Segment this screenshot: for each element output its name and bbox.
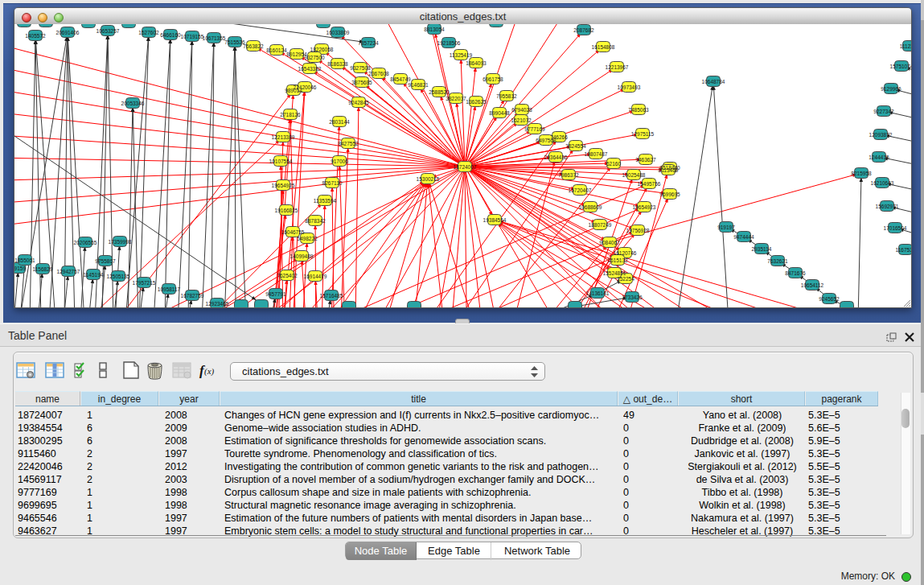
svg-text:2588520: 2588520 — [429, 89, 450, 95]
svg-text:14136141: 14136141 — [586, 290, 610, 296]
svg-text:39159: 39159 — [14, 266, 26, 271]
svg-text:9463627: 9463627 — [635, 157, 656, 163]
svg-text:9327508: 9327508 — [350, 65, 371, 71]
svg-text:1527602: 1527602 — [138, 30, 159, 35]
svg-text:9242845: 9242845 — [348, 100, 369, 105]
svg-text:8160124: 8160124 — [266, 47, 287, 53]
svg-text:2803144: 2803144 — [329, 119, 350, 125]
svg-text:11353594: 11353594 — [314, 198, 337, 204]
svg-text:9227342: 9227342 — [873, 109, 894, 114]
svg-text:8990448: 8990448 — [489, 110, 510, 116]
svg-text:919197: 919197 — [717, 225, 735, 230]
svg-text:2367608: 2367608 — [368, 71, 389, 76]
svg-text:7663822: 7663822 — [243, 43, 264, 49]
svg-text:10807487: 10807487 — [585, 151, 608, 157]
svg-text:9146821: 9146821 — [408, 82, 429, 88]
svg-text:9699695: 9699695 — [659, 192, 680, 197]
svg-text:8454749: 8454749 — [390, 76, 411, 82]
svg-text:20691406: 20691406 — [56, 30, 80, 35]
svg-text:5498222: 5498222 — [297, 236, 318, 241]
svg-text:17359998: 17359998 — [109, 239, 132, 245]
svg-text:2087682: 2087682 — [573, 27, 594, 33]
svg-text:19166825: 19166825 — [275, 208, 298, 213]
svg-text:6794028: 6794028 — [511, 107, 532, 113]
svg-text:8186328: 8186328 — [327, 61, 348, 67]
svg-text:16033809: 16033809 — [326, 30, 350, 35]
svg-text:16120746: 16120746 — [614, 250, 637, 256]
svg-text:16914479: 16914479 — [304, 274, 327, 279]
svg-text:9755867: 9755867 — [95, 258, 116, 264]
svg-text:2935114: 2935114 — [752, 246, 772, 252]
svg-text:12923465: 12923465 — [206, 301, 229, 307]
svg-text:19218506: 19218506 — [437, 40, 461, 46]
svg-text:15300215: 15300215 — [417, 176, 440, 182]
svg-text:(x): (x) — [204, 366, 215, 377]
svg-text:12505135: 12505135 — [107, 274, 130, 279]
svg-text:9245652: 9245652 — [819, 296, 840, 302]
svg-text:10653257: 10653257 — [97, 28, 120, 34]
svg-text:20364436: 20364436 — [544, 154, 568, 160]
svg-text:1855061: 1855061 — [14, 257, 35, 263]
svg-text:1733426: 1733426 — [622, 295, 643, 300]
svg-text:12213389: 12213389 — [272, 134, 295, 140]
svg-text:8813054: 8813054 — [424, 27, 445, 32]
svg-text:17016504: 17016504 — [884, 225, 907, 231]
svg-text:10719155: 10719155 — [181, 34, 204, 39]
svg-text:10025488: 10025488 — [622, 172, 646, 178]
svg-text:7515526: 7515526 — [224, 39, 245, 45]
svg-text:16046755: 16046755 — [281, 229, 305, 235]
svg-text:10648784: 10648784 — [702, 79, 725, 84]
svg-text:6497568: 6497568 — [536, 138, 556, 143]
svg-text:1864093: 1864093 — [466, 60, 487, 66]
svg-text:8215958: 8215958 — [851, 171, 872, 176]
svg-text:19654925: 19654925 — [272, 183, 295, 188]
svg-text:1145194: 1145194 — [84, 272, 104, 278]
svg-text:10107554: 10107554 — [269, 159, 293, 164]
svg-text:20206555: 20206555 — [74, 240, 97, 245]
svg-text:6466160: 6466160 — [160, 32, 181, 38]
svg-text:8471676: 8471676 — [785, 270, 806, 276]
svg-text:62160: 62160 — [606, 161, 621, 167]
svg-text:11325419: 11325419 — [450, 52, 473, 58]
svg-text:1362625: 1362625 — [466, 99, 487, 105]
svg-text:3822037: 3822037 — [446, 96, 466, 101]
svg-text:9474444: 9474444 — [733, 234, 754, 240]
svg-text:8267110: 8267110 — [322, 180, 343, 186]
svg-text:18226058: 18226058 — [310, 47, 334, 52]
svg-text:7485063: 7485063 — [628, 107, 649, 113]
svg-text:15751074: 15751074 — [890, 64, 911, 69]
svg-text:15716485: 15716485 — [320, 293, 343, 299]
svg-text:18724007: 18724007 — [454, 164, 477, 170]
svg-text:1112334: 1112334 — [900, 43, 911, 49]
svg-text:252254: 252254 — [617, 276, 634, 282]
svg-text:12093872: 12093872 — [869, 132, 893, 138]
svg-text:12942757: 12942757 — [57, 269, 80, 274]
svg-text:12213967: 12213967 — [606, 64, 629, 70]
svg-text:1621072: 1621072 — [511, 117, 532, 123]
svg-text:10958117: 10958117 — [158, 286, 181, 292]
svg-text:1156829: 1156829 — [33, 266, 53, 272]
svg-text:3875685: 3875685 — [351, 80, 372, 85]
svg-text:8427552: 8427552 — [338, 141, 359, 146]
svg-text:17957215: 17957215 — [133, 280, 156, 286]
svg-text:13524851: 13524851 — [603, 270, 626, 276]
svg-text:15720407: 15720407 — [569, 187, 592, 193]
svg-text:6961758: 6961758 — [483, 76, 503, 82]
svg-text:15692971: 15692971 — [876, 204, 899, 209]
svg-text:7955812: 7955812 — [496, 93, 517, 99]
svg-text:3824554: 3824554 — [565, 143, 586, 149]
svg-text:2718126: 2718126 — [280, 112, 301, 117]
svg-text:9327500: 9327500 — [304, 55, 325, 60]
svg-text:10973493: 10973493 — [618, 84, 641, 90]
svg-text:19756928: 19756928 — [626, 228, 650, 233]
svg-text:9129966: 9129966 — [881, 86, 901, 92]
svg-text:12975115: 12975115 — [631, 131, 655, 137]
svg-text:15495756: 15495756 — [638, 181, 661, 187]
svg-text:16154808: 16154808 — [592, 44, 615, 50]
svg-text:1615132: 1615132 — [607, 257, 628, 263]
svg-text:7625402: 7625402 — [277, 273, 298, 278]
svg-text:7986372: 7986372 — [558, 172, 579, 178]
svg-text:19654923: 19654923 — [633, 204, 656, 210]
svg-text:8878342: 8878342 — [305, 218, 326, 224]
svg-text:16543382: 16543382 — [298, 66, 322, 72]
